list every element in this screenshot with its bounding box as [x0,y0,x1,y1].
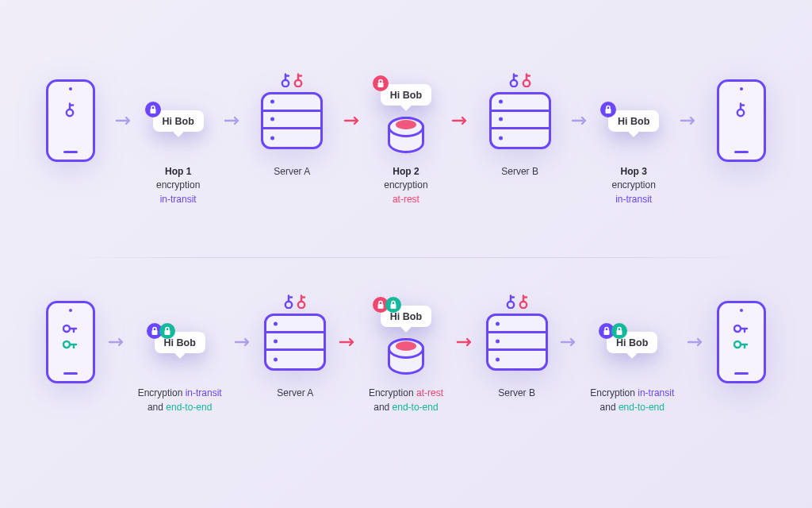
arrow-icon [568,87,592,154]
hop2-e2e: Hi Bob Encryption at-rest and end-to-end [369,309,443,414]
message-text: Hi Bob [390,90,422,101]
server-icon [486,314,548,371]
diagram: Hi Bob Hop 1 encryption in-transit [0,0,812,414]
arrow-icon [684,309,707,375]
lock-icon [373,75,389,91]
hop3-caption: Hop 3 encryption in-transit [612,165,656,206]
server-b: Server B [486,309,548,400]
key-icon [522,73,531,87]
hop1-e2e-caption: Encryption in-transit and end-to-end [138,387,222,414]
hop1-e2e: Hi Bob Encryption in-transit and end-to-… [138,309,222,414]
key-icon [284,294,293,309]
key-icon [297,294,306,309]
server-a-label: Server A [277,387,313,400]
hop2-e2e-caption: Encryption at-rest and end-to-end [369,387,443,414]
message-bubble: Hi Bob [381,84,431,106]
phone-icon [46,79,95,162]
phone-icon [46,301,95,383]
message-bubble: Hi Bob [608,110,659,132]
message-text: Hi Bob [616,337,648,348]
hop1-caption: Hop 1 encryption in-transit [156,165,200,206]
arrow-icon [220,87,244,154]
server-icon [261,92,323,149]
hop2: Hi Bob Hop 2 encryption at-rest [381,87,431,206]
database-icon [388,117,424,153]
server-b-label: Server B [501,165,538,179]
arrow-icon [105,309,128,375]
server-keys [281,73,303,87]
arrow-icon [335,309,359,375]
lock-icon [145,102,161,117]
key-icon [281,73,290,87]
hop3-e2e-caption: Encryption in-transit and end-to-end [590,387,674,414]
server-b-label: Server B [498,387,535,400]
arrow-icon [231,309,255,375]
message-text: Hi Bob [618,116,649,127]
sender-phone [46,87,95,154]
database-icon [388,338,424,375]
row-hop-encryption: Hi Bob Hop 1 encryption in-transit [46,87,766,206]
receiver-phone [717,309,766,375]
message-bubble: Hi Bob [153,110,204,132]
phone-icon [717,301,766,383]
message-bubble: Hi Bob [155,332,205,353]
row-e2e-encryption: Hi Bob Encryption in-transit and end-to-… [46,309,766,414]
arrow-icon [112,87,136,154]
lock-icon [159,323,175,339]
arrow-icon [557,309,580,375]
divider [62,257,750,258]
hop1: Hi Bob Hop 1 encryption in-transit [153,87,204,206]
sender-phone [46,309,95,375]
arrow-icon [676,87,700,154]
server-a: Server A [264,309,326,400]
server-icon [489,92,551,149]
key-icon [63,324,79,333]
server-keys [506,294,528,309]
message-text: Hi Bob [390,311,422,322]
hop3-e2e: Hi Bob Encryption in-transit and end-to-… [590,309,674,414]
server-keys [509,73,531,87]
lock-icon [611,323,627,339]
arrow-icon [448,87,472,154]
key-icon [733,324,749,333]
key-icon [509,73,519,87]
lock-icon [600,102,616,117]
receiver-phone [717,87,766,154]
key-icon [736,102,747,118]
hop3: Hi Bob Hop 3 encryption in-transit [608,87,659,206]
server-a-label: Server A [274,165,310,179]
message-bubble: Hi Bob [381,306,431,327]
message-bubble: Hi Bob [607,332,657,353]
key-icon [293,73,303,87]
server-keys [284,294,306,309]
key-icon [63,340,79,349]
key-icon [65,102,76,118]
hop2-caption: Hop 2 encryption at-rest [384,165,427,206]
message-text: Hi Bob [164,337,196,348]
lock-icon [385,297,401,313]
phone-icon [717,79,766,162]
arrow-icon [340,87,364,154]
server-b: Server B [489,87,551,179]
message-text: Hi Bob [163,116,194,127]
server-a: Server A [261,87,323,179]
arrow-icon [453,309,477,375]
key-icon [519,294,528,309]
server-icon [264,314,326,371]
key-icon [506,294,515,309]
key-icon [733,340,749,349]
